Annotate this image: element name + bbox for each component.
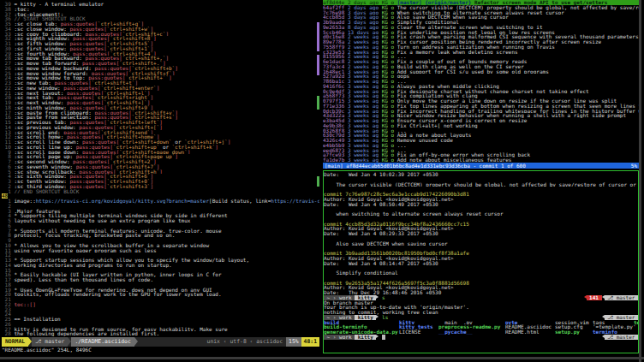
t: using your favorite pager program such a… <box>14 248 156 253</box>
tig-pane[interactable]: af8d44e 2 days ago KG o [master] {origin… <box>323 0 639 169</box>
mul: toc <box>14 302 23 307</box>
vim-statusline: NORMAL ⎇ master ./README.asciidoc unix ‹… <box>2 337 319 347</box>
t: Date: Wed Jan 4 10:02:39 2017 +0530 <box>324 172 438 177</box>
mono: `ctrl+shift+3` <box>107 184 151 189</box>
pcmd: s <box>379 295 385 300</box>
vim-filename-segment: ./README.asciidoc <box>71 337 134 347</box>
macro: ] <box>172 71 176 76</box>
tig-status-text: [main] af8d44ecab65d01b6bc8ad4e1d331ebc9… <box>325 163 526 169</box>
pbranch: ⎇ master <box>605 295 638 300</box>
prompt-right: ⎇ master <box>602 335 638 340</box>
t: [Build status, link= <box>209 199 271 204</box>
pdir: kitty <box>355 335 376 340</box>
t: The cursor visible (DECTCEM) property sh… <box>324 182 638 187</box>
kitty-terminal-window: 39 = kitty - A terminal emulator 38 :toc… <box>0 0 644 362</box>
terminal-row: 28 the following dependencies are instal… <box>2 331 319 336</box>
shell-scrollback: Date: Wed Jan 4 10:02:39 2017 +0530 The … <box>324 172 638 340</box>
tig-commit-list: af8d44e 2 days ago KG o [master] {origin… <box>323 0 639 163</box>
auth: KG <box>382 157 391 163</box>
t: image:: <box>14 199 35 204</box>
t: when switching to alternate screen alway… <box>324 211 504 217</box>
statusline-spacer <box>138 337 204 347</box>
dir: __pycache__ <box>438 329 505 335</box>
ti: Fix Ctrl+alt+[ not working <box>397 123 478 128</box>
t: for lower system load. <box>150 292 221 297</box>
ul: hackability <box>159 327 194 332</box>
macro: ] <box>228 139 231 145</box>
ul: GPU <box>141 292 151 297</box>
ti: Add note about miscellaneous features <box>397 157 512 163</box>
macro: ] <box>175 154 178 159</box>
vim-branch-segment: ⎇ master <box>32 337 68 347</box>
t: . Make sure <box>194 327 228 332</box>
exec: setup.py <box>555 329 593 335</box>
pseg: ~ › work <box>324 335 355 340</box>
prompt-right: 141 ⎇ master <box>584 295 639 300</box>
tig-scroll-percent: 5% <box>631 163 637 169</box>
t: == Installation <box>14 317 60 322</box>
prompt-left[interactable]: ~ › work kitty <box>324 335 385 340</box>
macro: ] <box>157 86 160 91</box>
macro: ] <box>166 32 170 37</box>
t: Date: Wed Jan 4 08:14:47 2017 +0530 <box>324 261 438 266</box>
vim-message-line: "README.asciidoc" 254L, 8496C <box>2 347 319 353</box>
macro: ] <box>175 115 178 120</box>
file: README.html <box>505 329 555 335</box>
t: Date: Wed Jan 4 08:29:33 2017 +0530 <box>324 231 438 236</box>
t: Simplify conditional <box>324 270 398 276</box>
macro: ] <box>150 95 153 100</box>
file: LICENSE <box>399 329 438 335</box>
vim-buffer: 39 = kitty - A terminal emulator 38 :toc… <box>2 2 319 337</box>
macro: ] <box>159 169 163 175</box>
macro: ] <box>159 125 163 130</box>
macro: ] <box>166 56 170 61</box>
scroll-mark <box>317 55 319 75</box>
vim-mode-badge: NORMAL <box>2 337 28 347</box>
scroll-mark <box>317 176 319 187</box>
t: speed). Less than ten thousand lines of … <box>14 277 153 282</box>
terminal-row: The cursor visible (DECTCEM) property sh… <box>324 182 638 187</box>
hash: fa1de7b <box>323 157 348 163</box>
pexit: 141 <box>587 295 602 300</box>
terminal-row: fa1de7b 3 weeks ag KG o Add note about m… <box>323 157 639 163</box>
vim-fileinfo-segment: unix ‹ utf-8 ‹ asciidoc <box>204 337 287 347</box>
window-frame-right <box>639 0 641 362</box>
vim-pane[interactable]: 39 = kitty - A terminal emulator 38 :toc… <box>2 2 319 353</box>
ul: tmux <box>178 218 190 223</box>
terminal-row: 1 image::https://travis-ci.org/kovidgoya… <box>2 199 319 204</box>
macro: ::[] <box>23 302 35 307</box>
t: protocol, focus tracking, bracketed past… <box>14 233 175 238</box>
blkcur <box>382 335 385 340</box>
date: 3 weeks ag <box>348 157 382 163</box>
ti: Add support for CSI s/u used by some old… <box>397 69 549 74</box>
shell-prompt: ~ › work kitty ⎇ master <box>324 335 638 340</box>
macro: ] <box>215 145 218 150</box>
scroll-mark <box>317 96 319 110</box>
link: https://travis-ci.org/kovidgoyal/kitty <box>271 199 319 204</box>
pbranch: ⎇ master <box>605 335 638 340</box>
t: Also save DECTCEM when saving cursor <box>324 241 448 246</box>
tig-status-bar: [main] af8d44ecab65d01b6bc8ad4e1d331ebc9… <box>323 163 639 169</box>
macro: ] <box>153 36 157 41</box>
macro: ] <box>150 184 153 189</box>
link: https://travis-ci.org/kovidgoyal/kitty.s… <box>36 199 209 204</box>
macro: ] <box>169 75 172 80</box>
t: Date: Wed Jan 4 08:50:49 2017 +0530 <box>324 202 438 207</box>
t: working directories and programs to run … <box>14 263 171 268</box>
ln: 28 <box>2 331 14 336</box>
ti: Fix a memory leak when deleting screens <box>397 50 518 55</box>
cm: // END_SHORTCUT_BLOCK <box>14 189 79 194</box>
window-frame-bottom <box>0 357 644 359</box>
t: layouts without needing to use an extra … <box>14 218 177 223</box>
vim-scroll-percent: 15% <box>286 337 301 347</box>
t: the following dependencies are installed… <box>14 331 159 336</box>
macro: ] <box>175 66 178 71</box>
gr: o <box>391 157 397 163</box>
t: toolkits, offloads rendering work to the <box>14 292 140 297</box>
scroll-mark <box>317 22 319 51</box>
shell-pane[interactable]: Date: Wed Jan 4 10:02:39 2017 +0530 The … <box>323 170 639 353</box>
macro: ] <box>188 150 191 155</box>
vim-scrollbar-marks <box>317 0 319 352</box>
